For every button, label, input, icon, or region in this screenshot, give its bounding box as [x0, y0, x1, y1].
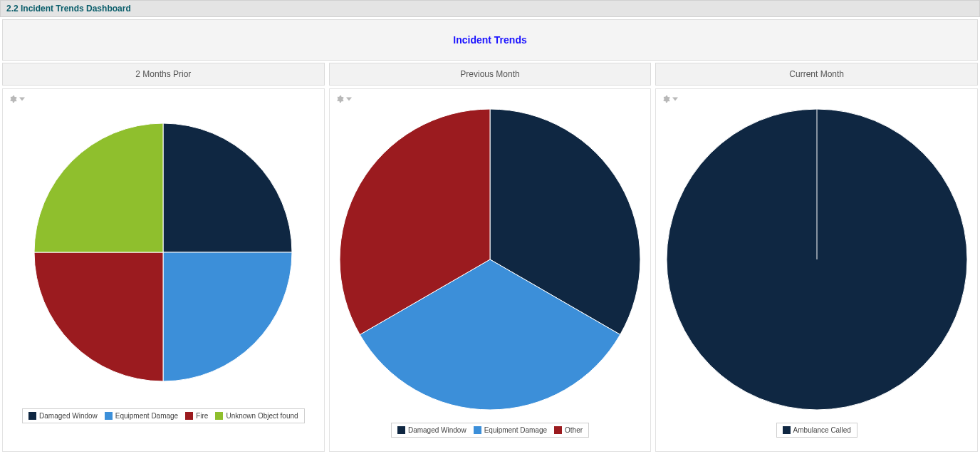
- dashboard-title-bar: 2.2 Incident Trends Dashboard: [0, 0, 980, 17]
- period-label-text: Current Month: [789, 69, 844, 79]
- period-label-2-months-prior: 2 Months Prior: [2, 63, 325, 86]
- legend-label: Fire: [196, 412, 208, 420]
- pie-chart-2-months-prior[interactable]: [31, 106, 295, 398]
- header-panel: Incident Trends: [2, 19, 978, 61]
- legend-swatch: [474, 426, 481, 434]
- legend-item[interactable]: Equipment Damage: [105, 412, 178, 420]
- legend-label: Ambulance Called: [793, 426, 851, 434]
- legend-label: Other: [565, 426, 583, 434]
- period-label-previous-month: Previous Month: [329, 63, 652, 86]
- period-label-current-month: Current Month: [655, 63, 978, 86]
- gear-icon: [662, 95, 670, 103]
- legend-previous-month: Damaged Window Equipment Damage Other: [391, 423, 589, 438]
- legend-item[interactable]: Unknown Object found: [215, 412, 298, 420]
- legend-swatch: [783, 426, 791, 434]
- charts-row: Damaged Window Equipment Damage Fire Unk…: [0, 86, 980, 454]
- pie-chart-previous-month[interactable]: [337, 106, 643, 413]
- legend-swatch: [215, 412, 223, 420]
- legend-item[interactable]: Damaged Window: [397, 426, 466, 434]
- legend-swatch: [397, 426, 405, 434]
- legend-label: Unknown Object found: [226, 412, 298, 420]
- legend-label: Damaged Window: [408, 426, 466, 434]
- legend-label: Equipment Damage: [484, 426, 547, 434]
- chevron-down-icon: [19, 96, 25, 102]
- chevron-down-icon: [672, 96, 678, 102]
- chart-options-menu[interactable]: [335, 95, 352, 103]
- period-label-text: Previous Month: [460, 69, 519, 79]
- gear-icon: [335, 95, 344, 103]
- chart-options-menu[interactable]: [662, 95, 678, 103]
- chart-panel-current-month: Ambulance Called: [655, 88, 978, 452]
- legend-item[interactable]: Fire: [185, 412, 208, 420]
- legend-label: Equipment Damage: [115, 412, 178, 420]
- legend-item[interactable]: Other: [554, 426, 583, 434]
- gear-icon: [9, 95, 17, 103]
- legend-swatch: [28, 412, 36, 420]
- legend-item[interactable]: Equipment Damage: [474, 426, 547, 434]
- chevron-down-icon: [346, 96, 352, 102]
- legend-swatch: [105, 412, 113, 420]
- chart-panel-2-months-prior: Damaged Window Equipment Damage Fire Unk…: [2, 88, 325, 452]
- legend-item[interactable]: Ambulance Called: [783, 426, 851, 434]
- chart-options-menu[interactable]: [9, 95, 25, 103]
- header-title: Incident Trends: [453, 34, 526, 46]
- legend-label: Damaged Window: [39, 412, 98, 420]
- legend-swatch: [554, 426, 562, 434]
- period-labels-row: 2 Months Prior Previous Month Current Mo…: [0, 63, 980, 86]
- pie-chart-current-month[interactable]: [664, 106, 970, 413]
- chart-panel-previous-month: Damaged Window Equipment Damage Other: [329, 88, 652, 452]
- legend-swatch: [185, 412, 193, 420]
- legend-2-months-prior: Damaged Window Equipment Damage Fire Unk…: [22, 408, 305, 423]
- legend-item[interactable]: Damaged Window: [28, 412, 98, 420]
- period-label-text: 2 Months Prior: [135, 69, 191, 79]
- dashboard-title: 2.2 Incident Trends Dashboard: [6, 4, 131, 14]
- legend-current-month: Ambulance Called: [776, 423, 858, 438]
